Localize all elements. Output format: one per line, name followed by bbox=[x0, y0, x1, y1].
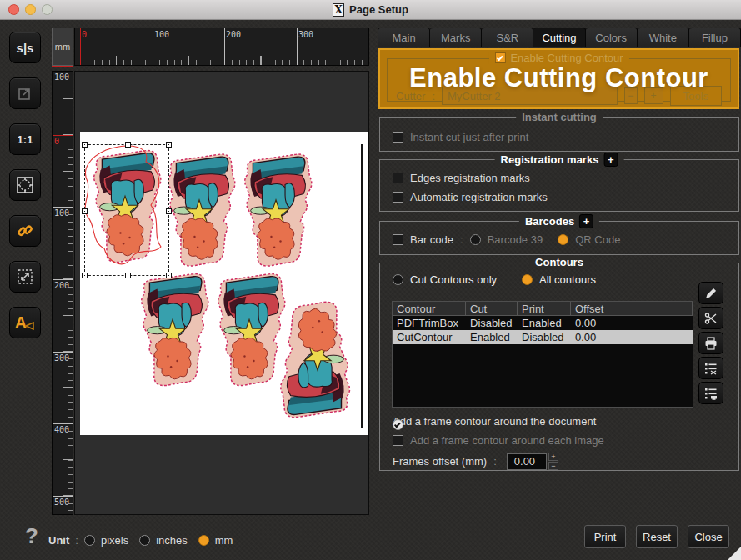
reset-button[interactable]: Reset bbox=[636, 525, 678, 548]
tab-main[interactable]: Main bbox=[378, 28, 430, 48]
barcodes-group: Barcodes + Bar code : Barcode 39 QR Code bbox=[379, 221, 739, 255]
instant-cut-checkbox[interactable] bbox=[393, 132, 403, 142]
frame-document-checkbox[interactable] bbox=[393, 419, 403, 430]
text-cursor-icon bbox=[25, 322, 35, 330]
close-button[interactable]: Close bbox=[688, 525, 729, 548]
selection-handle[interactable] bbox=[125, 142, 131, 148]
sticker-image-5[interactable] bbox=[211, 266, 288, 398]
minimize-window-button[interactable] bbox=[25, 4, 36, 15]
h-ruler-label: 200 bbox=[226, 30, 241, 39]
tab-fillup[interactable]: Fillup bbox=[689, 28, 741, 48]
edit-contour-button[interactable] bbox=[698, 282, 723, 304]
app-icon: X bbox=[333, 3, 344, 17]
contours-table[interactable]: Contour Cut Print Offset PDFTrimBox Disa… bbox=[392, 301, 693, 408]
v-ruler-label: 500 bbox=[54, 498, 69, 507]
export-image-button[interactable] bbox=[9, 78, 41, 109]
cut-contours-only-label: Cut Contours only bbox=[410, 273, 497, 286]
cut-contour-button[interactable] bbox=[698, 307, 723, 329]
print-contour-button[interactable] bbox=[698, 332, 723, 354]
frame-image-checkbox[interactable] bbox=[393, 435, 403, 446]
selection-handle[interactable] bbox=[166, 208, 172, 214]
v-ruler-label: 100 bbox=[54, 72, 69, 82]
scissors-icon bbox=[704, 312, 718, 325]
all-contours-radio[interactable] bbox=[522, 274, 533, 285]
printer-icon bbox=[704, 337, 718, 350]
contours-legend: Contours bbox=[529, 256, 589, 268]
export-image-icon bbox=[17, 85, 33, 102]
close-window-button[interactable] bbox=[8, 4, 19, 15]
list-scissors-icon bbox=[704, 362, 718, 375]
barcode-label: Bar code bbox=[410, 233, 453, 246]
automatic-registration-label: Automatic registration marks bbox=[410, 191, 548, 203]
selection-handle[interactable] bbox=[166, 272, 172, 278]
selection-rectangle[interactable] bbox=[84, 144, 169, 276]
tab-sr[interactable]: S&R bbox=[482, 28, 533, 48]
zoom-window-button[interactable] bbox=[42, 4, 53, 15]
frames-offset-down-button[interactable]: − bbox=[548, 462, 558, 470]
registration-marks-group: Registration marks + Edges registration … bbox=[379, 159, 739, 212]
actual-size-button[interactable]: 1:1 bbox=[9, 123, 41, 155]
registration-icon bbox=[16, 176, 34, 194]
add-barcode-button[interactable]: + bbox=[579, 214, 593, 228]
print-all-list-button[interactable] bbox=[698, 382, 723, 404]
ruler-unit-button[interactable]: mm bbox=[52, 28, 73, 66]
tab-white[interactable]: White bbox=[638, 28, 689, 48]
print-button[interactable]: Print bbox=[584, 525, 626, 548]
selection-handle[interactable] bbox=[166, 142, 172, 148]
selection-handle[interactable] bbox=[125, 272, 131, 278]
sticker-image-3[interactable] bbox=[238, 148, 314, 277]
tab-colors[interactable]: Colors bbox=[586, 28, 638, 48]
barcodes-legend: Barcodes bbox=[525, 215, 574, 228]
table-row-selected[interactable]: CutContour Enabled Disabled 0.00 bbox=[393, 330, 693, 344]
h-ruler-label: 0 bbox=[82, 30, 87, 39]
selection-handle[interactable] bbox=[82, 272, 88, 278]
all-contours-label: All contours bbox=[539, 273, 596, 286]
frames-offset-input[interactable]: 0.00 bbox=[507, 453, 547, 470]
unit-inches-radio[interactable] bbox=[139, 535, 150, 546]
preview-canvas[interactable] bbox=[74, 71, 369, 515]
unit-selector: Unit : pixels inches mm bbox=[48, 534, 233, 547]
automatic-registration-checkbox[interactable] bbox=[393, 192, 403, 202]
tab-marks[interactable]: Marks bbox=[430, 28, 482, 48]
table-row[interactable]: PDFTrimBox Disabled Enabled 0.00 bbox=[393, 316, 693, 330]
v-ruler-label: 0 bbox=[54, 137, 59, 146]
add-registration-mark-button[interactable]: + bbox=[603, 152, 618, 167]
tab-cutting[interactable]: Cutting bbox=[533, 28, 585, 48]
one-to-one-icon: 1:1 bbox=[18, 133, 33, 146]
v-ruler-label: 300 bbox=[54, 353, 69, 362]
barcode-checkbox[interactable] bbox=[393, 234, 403, 245]
cut-contours-only-radio[interactable] bbox=[393, 274, 403, 285]
contours-table-header: Contour Cut Print Offset bbox=[393, 302, 693, 316]
instant-cutting-group: Instant cutting Instant cut just after p… bbox=[379, 118, 739, 152]
barcode39-label: Barcode 39 bbox=[488, 233, 543, 246]
help-icon[interactable]: ? bbox=[25, 523, 38, 549]
sticker-image-6[interactable] bbox=[278, 294, 358, 421]
registration-marks-legend: Registration marks bbox=[501, 153, 599, 166]
unit-mm-radio[interactable] bbox=[198, 535, 209, 546]
resize-grip[interactable] bbox=[728, 547, 741, 560]
enable-cutting-banner: Enable Cutting Contour Cutter : MyCutter… bbox=[378, 48, 739, 109]
link-icon bbox=[16, 222, 34, 240]
v-ruler-label: 100 bbox=[54, 208, 69, 218]
cut-all-list-button[interactable] bbox=[698, 357, 723, 379]
unit-pixels-radio[interactable] bbox=[84, 535, 95, 546]
vertical-ruler: 100 0 100 200 300 400 500 bbox=[52, 71, 73, 515]
flip-tool-button[interactable]: s|s bbox=[9, 32, 41, 63]
list-printer-icon bbox=[704, 387, 718, 400]
move-frame-button[interactable] bbox=[9, 261, 41, 292]
qrcode-radio[interactable] bbox=[558, 234, 568, 245]
media-edge-line bbox=[361, 144, 363, 428]
qrcode-label: QR Code bbox=[575, 233, 620, 246]
frames-offset-up-button[interactable]: + bbox=[548, 452, 558, 461]
instant-cut-label: Instant cut just after print bbox=[410, 131, 528, 143]
ruler-origin-marker bbox=[52, 66, 73, 68]
link-cutter-button[interactable] bbox=[9, 215, 41, 247]
registration-frame-button[interactable] bbox=[9, 169, 41, 201]
enable-cutting-checkbox[interactable] bbox=[494, 52, 505, 63]
selection-handle[interactable] bbox=[82, 208, 88, 214]
selection-handle[interactable] bbox=[82, 142, 88, 148]
edges-registration-checkbox[interactable] bbox=[393, 172, 403, 183]
text-tool-button[interactable]: A bbox=[9, 307, 41, 338]
barcode39-radio[interactable] bbox=[470, 234, 481, 245]
window-title: Page Setup bbox=[349, 3, 408, 16]
